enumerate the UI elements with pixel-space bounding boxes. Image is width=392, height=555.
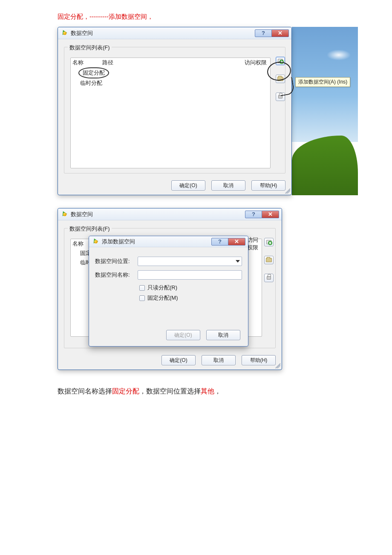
add-tooltip: 添加数据空间(A) (Ins) bbox=[295, 77, 350, 87]
caption-1: 固定分配，---------添加数据空间， bbox=[58, 13, 392, 21]
box-plus-icon bbox=[278, 59, 283, 63]
inner-dialog-buttons: 确定(O) 取消 bbox=[166, 330, 240, 340]
app-icon bbox=[92, 238, 99, 245]
tree-item-temp[interactable]: 临时分配 bbox=[71, 78, 270, 88]
dialog-title: 添加数据空间 bbox=[102, 238, 135, 246]
close-button[interactable]: ✕ bbox=[272, 29, 289, 37]
caption-2-red2: 其他 bbox=[201, 387, 214, 395]
add-dataspace-button[interactable] bbox=[264, 238, 274, 246]
help-button[interactable]: ? bbox=[255, 29, 272, 37]
ok-button[interactable]: 确定(O) bbox=[171, 180, 205, 191]
label-fixed: 固定分配(M) bbox=[147, 294, 178, 302]
folder-icon bbox=[266, 258, 272, 262]
screenshot-2: 数据空间 ? ✕ 数据空间列表(F) 名称 路径 访问权限 固定分 bbox=[58, 208, 282, 370]
side-buttons bbox=[264, 238, 274, 282]
row-name: 数据空间名称: bbox=[95, 270, 242, 280]
app-icon bbox=[61, 30, 68, 37]
help-icon: ? bbox=[218, 238, 222, 245]
close-icon: ✕ bbox=[268, 211, 273, 217]
side-buttons bbox=[276, 57, 285, 101]
lock-button[interactable] bbox=[276, 92, 285, 101]
ok-button[interactable]: 确定(O) bbox=[161, 355, 196, 365]
cancel-button[interactable]: 取消 bbox=[202, 355, 236, 365]
caption-2: 数据空间名称选择固定分配，数据空间位置选择其他， bbox=[58, 387, 392, 396]
ok-button[interactable]: 确定(O) bbox=[166, 330, 200, 340]
caption-2-red1: 固定分配 bbox=[112, 387, 139, 395]
cancel-button[interactable]: 取消 bbox=[211, 180, 245, 191]
screenshot-1: 数据空间 ? ✕ 数据空间列表(F) 名称 路径 访问权限 bbox=[58, 27, 358, 195]
lock-button[interactable] bbox=[264, 274, 274, 282]
help-icon: ? bbox=[262, 30, 265, 36]
close-button[interactable]: ✕ bbox=[262, 211, 279, 218]
add-dataspace-dialog: 添加数据空间 ? ✕ 数据空间位置: 数据空间名称: 只 bbox=[89, 236, 248, 347]
dialog-title: 数据空间 bbox=[71, 29, 93, 37]
dialog-title: 数据空间 bbox=[71, 211, 93, 218]
group-label: 数据空间列表(F) bbox=[68, 225, 112, 233]
col-name: 名称 bbox=[72, 59, 102, 66]
lock-icon bbox=[267, 276, 271, 280]
checkbox-fixed[interactable] bbox=[139, 295, 145, 301]
open-folder-button[interactable] bbox=[264, 256, 274, 264]
lock-icon bbox=[278, 95, 282, 98]
titlebar[interactable]: 添加数据空间 ? ✕ bbox=[89, 236, 248, 247]
dataspace-list[interactable]: 名称 路径 访问权限 固定分配 临时分配 bbox=[70, 58, 271, 168]
cancel-button[interactable]: 取消 bbox=[206, 330, 240, 340]
close-icon: ✕ bbox=[278, 30, 282, 36]
help-button-bottom[interactable]: 帮助(H) bbox=[242, 355, 276, 365]
col-perm: 访问权限 bbox=[243, 59, 268, 66]
chevron-down-icon bbox=[236, 260, 240, 263]
folder-icon bbox=[277, 77, 283, 81]
label-location: 数据空间位置: bbox=[95, 257, 138, 265]
titlebar[interactable]: 数据空间 ? ✕ bbox=[58, 27, 291, 39]
caption-2-p3: ， bbox=[214, 387, 221, 395]
box-plus-icon bbox=[266, 240, 271, 244]
row-fixed[interactable]: 固定分配(M) bbox=[139, 294, 242, 302]
close-icon: ✕ bbox=[234, 238, 239, 245]
dialog-buttons: 确定(O) 取消 帮助(H) bbox=[171, 180, 285, 191]
name-input[interactable] bbox=[138, 270, 242, 280]
resize-grip[interactable] bbox=[285, 188, 290, 194]
tree-item-fixed[interactable]: 固定分配 bbox=[78, 67, 109, 78]
dialog-buttons: 确定(O) 取消 帮助(H) bbox=[161, 355, 276, 365]
help-button[interactable]: ? bbox=[245, 211, 262, 218]
row-readonly[interactable]: 只读分配(R) bbox=[139, 284, 242, 292]
help-button[interactable]: ? bbox=[211, 238, 228, 246]
caption-2-p1: 数据空间名称选择 bbox=[58, 387, 112, 395]
caption-1-action: 添加数据空间， bbox=[109, 13, 153, 20]
app-icon bbox=[61, 211, 68, 218]
desktop-wallpaper bbox=[292, 27, 358, 195]
add-dataspace-button[interactable] bbox=[276, 57, 285, 65]
resize-grip[interactable] bbox=[275, 363, 280, 368]
caption-2-p2: ，数据空间位置选择 bbox=[139, 387, 201, 395]
titlebar[interactable]: 数据空间 ? ✕ bbox=[58, 208, 282, 220]
caption-1-dashes: --------- bbox=[89, 13, 109, 20]
col-path: 路径 bbox=[102, 59, 243, 66]
dataspace-dialog: 数据空间 ? ✕ 数据空间列表(F) 名称 路径 访问权限 bbox=[58, 27, 292, 195]
help-button-bottom[interactable]: 帮助(H) bbox=[251, 180, 285, 191]
dataspace-dialog-2: 数据空间 ? ✕ 数据空间列表(F) 名称 路径 访问权限 固定分 bbox=[58, 208, 282, 370]
list-header: 名称 路径 访问权限 bbox=[71, 58, 270, 67]
label-name: 数据空间名称: bbox=[95, 271, 138, 279]
help-icon: ? bbox=[252, 211, 255, 217]
dataspace-groupbox: 数据空间列表(F) 名称 路径 访问权限 固定分配 临时分配 bbox=[64, 47, 285, 173]
open-folder-button[interactable] bbox=[276, 75, 285, 83]
close-button[interactable]: ✕ bbox=[228, 238, 245, 246]
location-combobox[interactable] bbox=[138, 257, 242, 266]
label-readonly: 只读分配(R) bbox=[147, 284, 177, 292]
group-label: 数据空间列表(F) bbox=[68, 44, 112, 52]
row-location: 数据空间位置: bbox=[95, 257, 242, 266]
caption-1-fixed: 固定分配， bbox=[58, 13, 89, 20]
checkbox-readonly[interactable] bbox=[139, 285, 145, 291]
